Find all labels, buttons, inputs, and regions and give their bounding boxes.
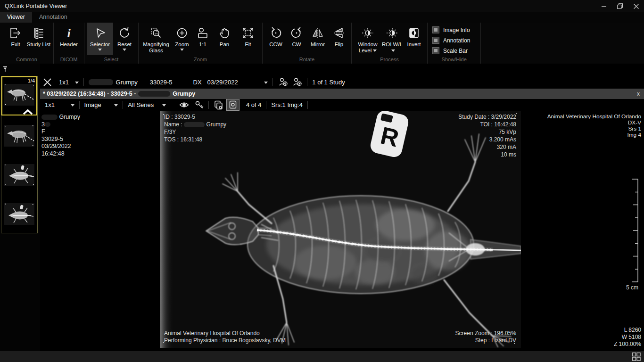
ribbon-tabs: Viewer Annotation <box>0 12 644 23</box>
image-position: 4 of 4 <box>246 101 262 108</box>
zoom-plus-icon <box>176 26 188 40</box>
exit-button[interactable]: Exit <box>5 23 26 55</box>
series-image-indicator: Srs:1 Img:4 <box>271 101 302 108</box>
next-patient-button[interactable] <box>292 77 302 87</box>
ribbon-group-common: Exit Study List Common <box>0 23 54 64</box>
scale-bar-label: 5 cm <box>626 284 638 291</box>
layout-grid-icon[interactable] <box>632 352 641 362</box>
close-button[interactable] <box>628 0 644 12</box>
mirror-button[interactable]: Mirror <box>306 23 329 55</box>
stack-view-icon[interactable] <box>214 100 223 110</box>
checkbox-icon <box>432 47 439 54</box>
thumbnail-image-lateral-2 <box>4 125 34 147</box>
chevron-down-icon <box>264 82 268 84</box>
group-label-show-hide: Show/Hide <box>428 57 480 62</box>
checkbox-icon <box>432 37 439 44</box>
roi-wl-icon <box>386 26 398 40</box>
previous-patient-button[interactable] <box>278 77 288 87</box>
chevron-down-icon <box>71 104 74 107</box>
series-filter-dropdown[interactable]: All Series <box>128 101 166 108</box>
thumbnail-sidebar: 1/4 <box>0 64 40 351</box>
ccw-button[interactable]: CCW <box>265 23 287 55</box>
pan-button[interactable]: Pan <box>213 23 236 55</box>
header-button[interactable]: i Header <box>56 23 82 55</box>
title-bar: QXLink Portable Viewer <box>0 0 644 12</box>
image-viewport[interactable]: Grumpy 3 F 33029-5 03/29/2022 16:42:48 <box>40 111 644 351</box>
group-label-dicom: DICOM <box>54 57 84 62</box>
invert-button[interactable]: Invert <box>403 23 425 55</box>
thumbnail-2[interactable] <box>1 115 37 155</box>
image-info-overlay-bottom-right: Screen Zoom : 196.05% Step : Lizard DV <box>455 330 516 344</box>
info-icon: i <box>63 26 75 40</box>
magnifying-glass-button[interactable]: Magnifying Glass <box>141 23 171 55</box>
ribbon-group-dicom: i Header DICOM <box>54 23 84 64</box>
magnifying-glass-icon <box>150 26 162 40</box>
patient-bar: 1x1 Grumpy 33029-5 DX 03/29/2022 <box>40 75 644 89</box>
invert-icon <box>408 26 420 40</box>
fit-button[interactable]: Fit <box>236 23 260 55</box>
image-info-overlay-bottom-left: Animal Veterinary Hospital Of Orlando Pe… <box>164 330 286 344</box>
thumbnail-4[interactable] <box>1 194 37 233</box>
reset-icon <box>118 26 131 40</box>
ribbon-group-select: Selector Reset Select <box>84 23 139 64</box>
chevron-down-icon <box>373 49 377 52</box>
series-layout-dropdown[interactable]: 1x1 <box>45 101 74 108</box>
chevron-down-icon <box>391 49 395 52</box>
thumbnail-image-lateral-1 <box>4 84 34 106</box>
image-info-checkbox[interactable]: Image Info <box>432 26 470 33</box>
one-to-one-button[interactable]: 1:1 <box>193 23 213 55</box>
radiograph-image[interactable]: R ID : 33029-5 Name : Grumpy F/3Y TOS : <box>160 111 521 348</box>
selector-button[interactable]: Selector <box>87 23 113 55</box>
study-date-dropdown[interactable]: 03/29/2022 <box>207 79 268 86</box>
modality: DX <box>193 79 202 86</box>
pin-icon[interactable] <box>2 66 8 72</box>
zoom-button[interactable]: Zoom <box>171 23 193 55</box>
patient-demographics-overlay: Grumpy 3 F 33029-5 03/29/2022 16:42:48 <box>41 114 80 157</box>
window-level-button[interactable]: Window Level <box>354 23 381 55</box>
reset-button[interactable]: Reset <box>113 23 136 55</box>
key-icon[interactable] <box>195 100 204 109</box>
study-title: * 03/29/2022 (16:34:48) - 33029-5 - <box>43 90 136 97</box>
ribbon-toolbar: Exit Study List Common <box>0 23 644 64</box>
flip-button[interactable]: Flip <box>329 23 349 55</box>
single-view-icon[interactable] <box>226 99 239 111</box>
window-level-icon <box>362 26 374 40</box>
study-list-button[interactable]: Study List <box>26 23 51 55</box>
annotation-checkbox[interactable]: Annotation <box>432 37 470 44</box>
close-study-icon[interactable] <box>43 78 51 86</box>
window-level-readout: L 8260 W 5108 Z 100.00% <box>614 327 641 348</box>
ribbon-group-show-hide: Image Info Annotation Scale Bar Show/Hid… <box>428 23 481 64</box>
series-toolbar: 1x1 Image All Series <box>40 99 644 111</box>
chevron-down-icon <box>114 104 118 107</box>
eye-icon[interactable] <box>179 101 189 108</box>
scale-bar-checkbox[interactable]: Scale Bar <box>432 47 470 54</box>
ribbon-group-process: Window Level ROI W/L <box>352 23 428 64</box>
actual-size-icon <box>197 26 209 40</box>
thumbnail-1[interactable]: 1/4 <box>1 76 37 115</box>
tab-viewer[interactable]: Viewer <box>0 12 32 23</box>
group-label-process: Process <box>352 57 427 62</box>
hand-icon <box>218 26 231 40</box>
roi-wl-button[interactable]: ROI W/L <box>381 23 403 55</box>
study-count: 1 of 1 Study <box>312 79 345 86</box>
thumbnail-3[interactable] <box>1 155 37 194</box>
tab-annotation[interactable]: Annotation <box>32 12 74 23</box>
minimize-button[interactable] <box>596 0 612 12</box>
study-list-icon <box>33 26 45 40</box>
chevron-down-icon <box>180 49 184 51</box>
cursor-icon <box>94 26 106 40</box>
restore-button[interactable] <box>612 0 628 12</box>
flip-icon <box>333 26 345 40</box>
redacted-study-name <box>138 91 170 97</box>
thumbnail-page-indicator: 1/4 <box>28 78 35 83</box>
thumbnail-image-dv-1 <box>4 164 34 186</box>
cw-button[interactable]: CW <box>287 23 306 55</box>
study-title-name: Grumpy <box>173 90 195 97</box>
redacted-text <box>41 115 58 120</box>
image-info-overlay-top-right: Study Date : 3/29/2022 TOI : 16:42:48 75… <box>458 113 516 158</box>
close-series-panel-button[interactable]: x <box>637 90 640 97</box>
chevron-up-icon[interactable] <box>22 109 33 115</box>
layout-dropdown[interactable]: 1x1 <box>59 79 79 86</box>
ribbon-group-zoom: Magnifying Glass Zoom 1:1 <box>139 23 263 64</box>
display-mode-dropdown[interactable]: Image <box>84 101 118 108</box>
